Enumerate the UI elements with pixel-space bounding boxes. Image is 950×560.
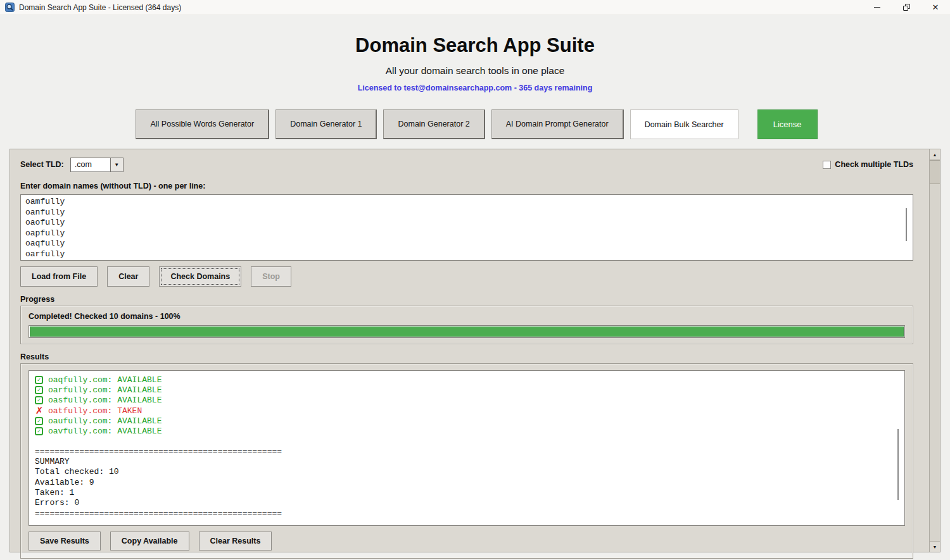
tld-select[interactable]: .com ▼ (70, 158, 124, 172)
minimize-icon (874, 7, 880, 8)
scroll-down-icon[interactable]: ▼ (930, 541, 940, 552)
tld-selected-value: .com (71, 160, 110, 169)
page-subtitle: All your domain search tools in one plac… (0, 65, 950, 77)
tab-bar: All Possible Words GeneratorDomain Gener… (0, 109, 950, 139)
results-group-label: Results (20, 352, 913, 361)
tab-all-possible-words-generator[interactable]: All Possible Words Generator (136, 109, 269, 139)
domains-textarea-wrap: oamfully oanfully oaofully oapfully oaqf… (20, 194, 913, 261)
progress-bar (28, 325, 905, 338)
window-titlebar: Domain Search App Suite - Licensed (364 … (0, 0, 950, 15)
check-domains-button[interactable]: Check Domains (159, 266, 241, 287)
results-summary: ========================================… (35, 447, 899, 519)
close-button[interactable]: ✕ (921, 0, 950, 15)
summary-line: Available: 9 (35, 478, 899, 488)
app-icon (5, 3, 15, 12)
window-title: Domain Search App Suite - Licensed (364 … (19, 3, 181, 12)
check-icon: ✓ (35, 417, 43, 425)
result-row: ✗oatfully.com: TAKEN (35, 406, 899, 416)
summary-line: SUMMARY (35, 457, 899, 467)
minimize-button[interactable] (863, 0, 892, 15)
tab-domain-generator-2[interactable]: Domain Generator 2 (383, 109, 484, 139)
chevron-down-icon[interactable]: ▼ (110, 158, 123, 171)
tab-domain-generator-1[interactable]: Domain Generator 1 (276, 109, 377, 139)
check-icon: ✓ (35, 396, 43, 404)
summary-line: Total checked: 10 (35, 467, 899, 477)
results-scrollbar[interactable] (897, 429, 899, 500)
domains-scrollbar[interactable] (906, 208, 907, 241)
progress-group: Progress Completed! Checked 10 domains -… (20, 295, 913, 344)
progress-status-text: Completed! Checked 10 domains - 100% (28, 312, 905, 321)
result-text: oaufully.com: AVAILABLE (48, 416, 162, 426)
multi-tld-checkbox[interactable] (823, 161, 831, 169)
tld-label: Select TLD: (20, 160, 64, 169)
page-title: Domain Search App Suite (0, 34, 950, 57)
license-status-text: Licensed to test@domainsearchapp.com - 3… (0, 84, 950, 92)
bulk-searcher-panel: Select TLD: .com ▼ Check multiple TLDs E… (10, 149, 940, 552)
result-text: oatfully.com: TAKEN (48, 406, 142, 416)
app-header: Domain Search App Suite All your domain … (0, 15, 950, 92)
summary-line: Taken: 1 (35, 488, 899, 498)
check-icon: ✓ (35, 376, 43, 384)
result-row: ✓oaqfully.com: AVAILABLE (35, 375, 899, 385)
progress-bar-fill (30, 327, 904, 337)
result-row: ✓oasfully.com: AVAILABLE (35, 395, 899, 406)
multi-tld-label: Check multiple TLDs (835, 160, 913, 169)
progress-group-label: Progress (20, 295, 913, 304)
close-icon: ✕ (932, 3, 939, 11)
result-text: oavfully.com: AVAILABLE (48, 426, 162, 436)
results-group: Results ✓oaqfully.com: AVAILABLE✓oarfull… (20, 352, 913, 559)
summary-line: Errors: 0 (35, 498, 899, 508)
domains-input-label: Enter domain names (without TLD) - one p… (20, 182, 913, 190)
restore-button[interactable] (892, 0, 921, 15)
load-from-file-button[interactable]: Load from File (20, 266, 98, 287)
summary-line: ========================================… (35, 447, 899, 457)
copy-available-button[interactable]: Copy Available (110, 532, 189, 551)
clear-button[interactable]: Clear (107, 266, 149, 287)
result-text: oasfully.com: AVAILABLE (48, 395, 162, 405)
license-button[interactable]: License (757, 109, 818, 139)
result-text: oaqfully.com: AVAILABLE (48, 375, 162, 385)
clear-results-button[interactable]: Clear Results (199, 532, 272, 551)
check-icon: ✓ (35, 427, 43, 435)
result-row: ✓oarfully.com: AVAILABLE (35, 385, 899, 395)
panel-scrollbar[interactable]: ▲ ▼ (929, 149, 940, 552)
x-icon: ✗ (35, 407, 44, 415)
result-row: ✓oavfully.com: AVAILABLE (35, 426, 899, 436)
result-row: ✓oaufully.com: AVAILABLE (35, 416, 899, 426)
tab-domain-bulk-searcher[interactable]: Domain Bulk Searcher (630, 109, 738, 139)
scroll-up-icon[interactable]: ▲ (930, 149, 940, 160)
stop-button[interactable]: Stop (251, 266, 291, 287)
tab-ai-domain-prompt-generator[interactable]: AI Domain Prompt Generator (491, 109, 624, 139)
result-text: oarfully.com: AVAILABLE (48, 385, 162, 395)
restore-icon (903, 4, 910, 11)
results-list: ✓oaqfully.com: AVAILABLE✓oarfully.com: A… (35, 375, 899, 437)
panel-scrollbar-thumb[interactable] (930, 160, 940, 184)
summary-line: ========================================… (35, 509, 899, 519)
save-results-button[interactable]: Save Results (28, 532, 101, 551)
domains-input[interactable]: oamfully oanfully oaofully oapfully oaqf… (21, 195, 913, 260)
results-view: ✓oaqfully.com: AVAILABLE✓oarfully.com: A… (28, 370, 905, 526)
check-icon: ✓ (35, 386, 43, 394)
